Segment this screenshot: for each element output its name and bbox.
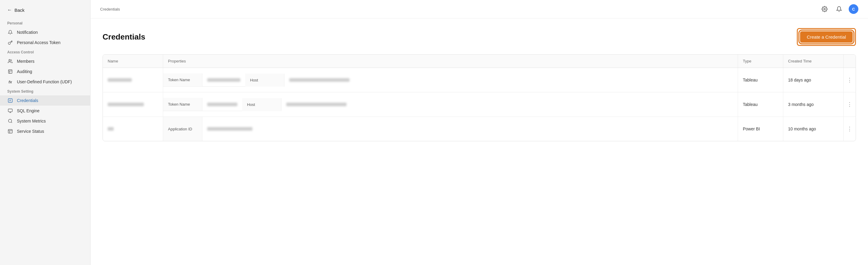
system-metrics-icon (7, 119, 13, 123)
notification-label: Notification (17, 30, 38, 35)
row3-prop-app-id: Application ID (163, 117, 257, 141)
prop-label-app-id: Application ID (163, 117, 203, 141)
credentials-icon (7, 98, 13, 103)
prop-value-host (281, 98, 351, 111)
settings-button[interactable] (820, 4, 829, 14)
row1-name (103, 68, 163, 92)
col-properties: Properties (163, 55, 738, 68)
sidebar-item-personal-access-token[interactable]: Personal Access Token (0, 37, 90, 48)
notifications-button[interactable] (834, 4, 844, 14)
prop-label-token-name: Token Name (163, 98, 203, 111)
row1-prop-host: Host (245, 73, 354, 87)
row3-properties: Application ID (163, 117, 738, 141)
prop-value-app-id (203, 117, 257, 141)
blurred-value (207, 102, 237, 106)
sidebar: ← Back Personal Notification Personal Ac… (0, 0, 91, 265)
col-type: Type (738, 55, 783, 68)
prop-value-host (284, 73, 354, 87)
create-credential-button[interactable]: Create a Credential (800, 31, 852, 42)
avatar[interactable]: C (849, 4, 858, 14)
col-created-time: Created Time (783, 55, 843, 68)
sidebar-item-udf[interactable]: fx User-Defined Function (UDF) (0, 77, 90, 87)
row3-name-blurred (108, 127, 114, 131)
udf-icon: fx (7, 80, 13, 84)
row2-type: Tableau (738, 92, 783, 117)
row2-name-blurred (108, 102, 144, 106)
topbar: Credentials C (91, 0, 868, 19)
sql-engine-icon (7, 108, 13, 113)
access-control-section-label: Access Control (0, 48, 90, 56)
members-icon (7, 59, 13, 64)
personal-access-token-label: Personal Access Token (17, 40, 61, 45)
blurred-value (289, 78, 349, 82)
row1-prop-token-name: Token Name (163, 73, 245, 87)
notification-icon (7, 30, 13, 35)
row2-prop-token-name: Token Name (163, 98, 242, 111)
content-area: Credentials Create a Credential Name Pro… (91, 19, 868, 265)
svg-point-7 (824, 8, 826, 10)
credentials-table: Name Properties Type Created Time Token … (102, 54, 856, 141)
credentials-label: Credentials (17, 98, 38, 103)
row2-actions: ⋮ (843, 92, 856, 117)
prop-value-token-name (203, 73, 245, 86)
sidebar-item-credentials[interactable]: Credentials (0, 95, 90, 106)
page-title: Credentials (102, 32, 145, 42)
blurred-value (207, 127, 252, 131)
prop-label-host: Host (245, 73, 284, 87)
svg-point-5 (8, 119, 12, 122)
udf-label: User-Defined Function (UDF) (17, 79, 72, 84)
row3-actions: ⋮ (843, 117, 856, 141)
topbar-icons: C (820, 4, 858, 14)
sidebar-item-notification[interactable]: Notification (0, 27, 90, 37)
system-metrics-label: System Metrics (17, 119, 46, 123)
row1-more-button[interactable]: ⋮ (844, 76, 855, 85)
table-row: Token Name Host Tableau 18 days ago (103, 68, 856, 92)
blurred-value (286, 102, 346, 106)
back-arrow-icon: ← (7, 7, 12, 13)
sidebar-item-system-metrics[interactable]: System Metrics (0, 116, 90, 126)
row3-created-time: 10 months ago (783, 117, 843, 141)
back-label: Back (14, 7, 25, 13)
sidebar-item-members[interactable]: Members (0, 56, 90, 66)
breadcrumb: Credentials (100, 7, 120, 11)
table-header: Name Properties Type Created Time (103, 55, 856, 68)
svg-rect-6 (8, 129, 12, 133)
members-label: Members (17, 59, 34, 64)
row3-type: Power BI (738, 117, 783, 141)
prop-value-token-name (203, 98, 242, 111)
svg-rect-3 (8, 99, 12, 102)
row2-prop-host: Host (242, 98, 351, 111)
svg-point-0 (8, 42, 10, 45)
key-icon (7, 40, 13, 45)
service-status-label: Service Status (17, 129, 44, 134)
svg-rect-4 (8, 109, 12, 112)
row1-name-blurred (108, 78, 132, 82)
content-header: Credentials Create a Credential (102, 28, 856, 46)
col-name: Name (103, 55, 163, 68)
system-setting-section-label: System Setting (0, 87, 90, 95)
table-row: Token Name Host Tableau 3 months ago (103, 92, 856, 117)
row2-created-time: 3 months ago (783, 92, 843, 117)
row2-properties: Token Name Host (163, 92, 738, 117)
auditing-label: Auditing (17, 69, 32, 74)
row3-more-button[interactable]: ⋮ (844, 124, 855, 134)
table-row: Application ID Power BI 10 months ago ⋮ (103, 117, 856, 141)
service-status-icon (7, 129, 13, 134)
back-button[interactable]: ← Back (0, 0, 90, 19)
row1-properties: Token Name Host (163, 68, 738, 92)
auditing-icon (7, 69, 13, 74)
row1-created-time: 18 days ago (783, 68, 843, 92)
main-content: Credentials C Credentials Create a Crede… (91, 0, 868, 265)
sidebar-item-auditing[interactable]: Auditing (0, 66, 90, 77)
sidebar-item-sql-engine[interactable]: SQL Engine (0, 106, 90, 116)
row1-type: Tableau (738, 68, 783, 92)
prop-label-host: Host (242, 98, 281, 111)
row2-more-button[interactable]: ⋮ (844, 100, 855, 109)
row2-name (103, 92, 163, 117)
svg-point-1 (9, 59, 10, 61)
create-credential-wrapper: Create a Credential (797, 28, 856, 46)
col-actions (843, 55, 856, 68)
row3-name (103, 117, 163, 141)
sidebar-item-service-status[interactable]: Service Status (0, 126, 90, 137)
svg-rect-2 (8, 70, 12, 73)
